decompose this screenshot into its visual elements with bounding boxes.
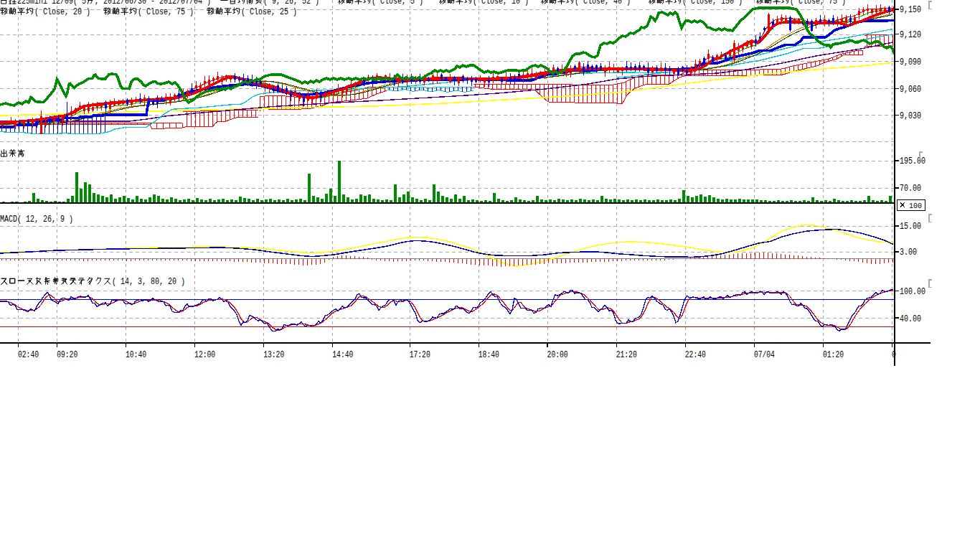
svg-text:9,030: 9,030 (900, 111, 921, 121)
svg-text:07/04: 07/04 (754, 349, 775, 360)
svg-text:9,060: 9,060 (900, 85, 921, 95)
svg-text:MACD( 12, 26, 9 ): MACD( 12, 26, 9 ) (0, 215, 73, 225)
svg-text:9,090: 9,090 (900, 57, 921, 67)
svg-text:195.00: 195.00 (900, 156, 925, 166)
svg-text:10:40: 10:40 (126, 349, 146, 360)
svg-text:( Close, 75 ): ( Close, 75 ) (790, 0, 846, 6)
svg-text:15.00: 15.00 (900, 222, 921, 232)
svg-text:( Close, 150 ): ( Close, 150 ) (682, 0, 743, 6)
svg-text:9,150: 9,150 (900, 5, 921, 15)
svg-text:22:40: 22:40 (685, 349, 706, 360)
svg-text:, 2012/06/30 - 2012/07/04 ): , 2012/06/30 - 2012/07/04 ) (95, 0, 211, 6)
svg-text:18:40: 18:40 (479, 349, 499, 360)
svg-text:21:20: 21:20 (616, 349, 637, 360)
svg-text:( Close, 10 ): ( Close, 10 ) (473, 0, 529, 6)
svg-text:02:40: 02:40 (18, 349, 39, 360)
svg-text:( Close, 40 ): ( Close, 40 ) (575, 0, 631, 6)
svg-text:70.00: 70.00 (900, 184, 921, 194)
svg-text:20:00: 20:00 (547, 349, 568, 360)
svg-text:0: 0 (892, 349, 896, 360)
svg-text:100.00: 100.00 (900, 287, 925, 297)
svg-text:225mini 12/09( 5: 225mini 12/09( 5 (17, 0, 86, 6)
svg-text:( 9, 26, 52 ): ( 9, 26, 52 ) (263, 0, 319, 6)
svg-text:9,120: 9,120 (900, 30, 921, 40)
svg-text:( Close, 25 ): ( Close, 25 ) (241, 7, 297, 17)
svg-text:100: 100 (909, 202, 922, 210)
svg-text:( Close, 5 ): ( Close, 5 ) (372, 0, 423, 6)
svg-text:09:20: 09:20 (57, 349, 77, 360)
svg-text:( Close, 20 ): ( Close, 20 ) (34, 7, 90, 17)
svg-text:3.00: 3.00 (900, 248, 917, 258)
svg-text:( 14, 3, 80, 20 ): ( 14, 3, 80, 20 ) (112, 277, 185, 287)
svg-text:40.00: 40.00 (900, 314, 921, 324)
svg-text:01:20: 01:20 (823, 349, 844, 360)
svg-text:( Close, 75 ): ( Close, 75 ) (138, 7, 194, 17)
svg-text:14:40: 14:40 (332, 349, 353, 360)
svg-text:13:20: 13:20 (263, 349, 284, 360)
svg-text:17:20: 17:20 (410, 349, 430, 360)
svg-text:12:00: 12:00 (194, 349, 215, 360)
